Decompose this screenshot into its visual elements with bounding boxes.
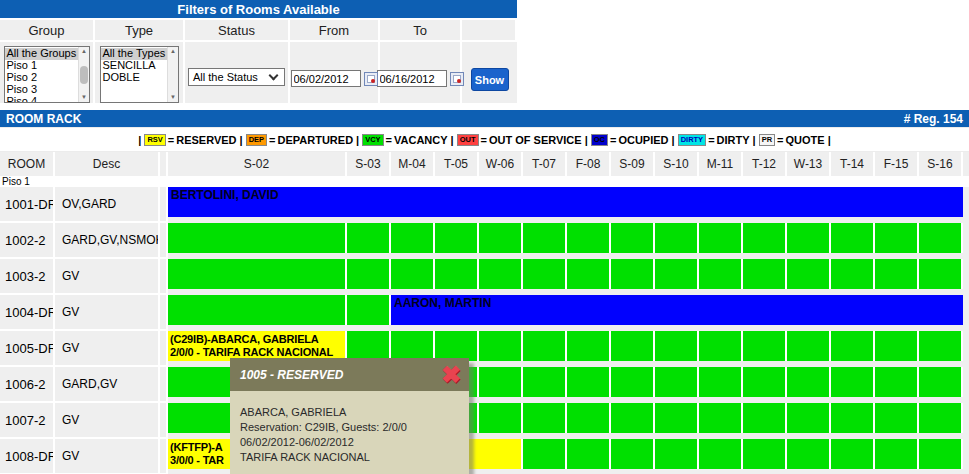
vacant-cell[interactable]: [655, 439, 699, 469]
vacant-cell[interactable]: [743, 367, 787, 397]
from-date-input[interactable]: [291, 70, 361, 87]
scroll-thumb[interactable]: [80, 66, 88, 84]
vacant-cell[interactable]: [168, 259, 347, 289]
vacant-cell[interactable]: [523, 223, 567, 253]
vacant-cell[interactable]: [919, 439, 963, 469]
vacant-cell[interactable]: [347, 223, 391, 253]
vacant-cell[interactable]: [743, 223, 787, 253]
vacant-cell[interactable]: [611, 331, 655, 361]
group-option[interactable]: Piso 3: [5, 84, 79, 96]
vacant-cell[interactable]: [875, 403, 919, 433]
vacant-cell[interactable]: [347, 259, 391, 289]
vacant-cell[interactable]: [787, 259, 831, 289]
scroll-down-icon[interactable]: ▼: [81, 94, 87, 101]
close-icon[interactable]: ✖: [441, 363, 461, 387]
scroll-up-icon[interactable]: ▲: [170, 48, 176, 55]
group-option[interactable]: Piso 1: [5, 60, 79, 72]
vacant-cell[interactable]: [743, 259, 787, 289]
vacant-cell[interactable]: [479, 403, 523, 433]
vacant-cell[interactable]: [611, 439, 655, 469]
vacant-cell[interactable]: [391, 259, 435, 289]
vacant-cell[interactable]: [699, 223, 743, 253]
vacant-cell[interactable]: [875, 331, 919, 361]
group-option[interactable]: All the Groups: [5, 48, 79, 60]
vacant-cell[interactable]: [391, 223, 435, 253]
vacant-cell[interactable]: [831, 223, 875, 253]
vacant-cell[interactable]: [655, 259, 699, 289]
vacant-cell[interactable]: [875, 223, 919, 253]
vacant-cell[interactable]: [611, 223, 655, 253]
vacant-cell[interactable]: [567, 223, 611, 253]
vacant-cell[interactable]: [743, 439, 787, 469]
vacant-cell[interactable]: [435, 259, 479, 289]
vacant-cell[interactable]: [611, 259, 655, 289]
vacant-cell[interactable]: [743, 403, 787, 433]
to-date-input[interactable]: [377, 70, 447, 87]
vacant-cell[interactable]: [787, 403, 831, 433]
vacant-cell[interactable]: [919, 331, 963, 361]
type-listbox-scrollbar[interactable]: ▲ ▼: [167, 47, 177, 102]
vacant-cell[interactable]: [567, 439, 611, 469]
vacant-cell[interactable]: [611, 367, 655, 397]
scroll-up-icon[interactable]: ▲: [81, 48, 87, 55]
vacant-cell[interactable]: [787, 367, 831, 397]
vacant-cell[interactable]: [479, 259, 523, 289]
type-option[interactable]: All the Types: [101, 48, 168, 60]
vacant-cell[interactable]: [655, 367, 699, 397]
vacant-cell[interactable]: [831, 259, 875, 289]
calendar-icon[interactable]: [364, 72, 378, 86]
vacant-cell[interactable]: [523, 259, 567, 289]
occupied-reservation-bar[interactable]: AARON, MARTIN: [391, 295, 963, 325]
vacant-cell[interactable]: [919, 259, 963, 289]
vacant-cell[interactable]: [875, 367, 919, 397]
vacant-cell[interactable]: [391, 331, 435, 361]
vacant-cell[interactable]: [875, 259, 919, 289]
vacant-cell[interactable]: [699, 259, 743, 289]
vacant-cell[interactable]: [919, 367, 963, 397]
group-listbox[interactable]: All the Groups Piso 1 Piso 2 Piso 3 Piso…: [4, 46, 90, 103]
vacant-cell[interactable]: [523, 367, 567, 397]
vacant-cell[interactable]: [655, 403, 699, 433]
type-listbox[interactable]: All the Types SENCILLA DOBLE ▲ ▼: [100, 46, 179, 103]
group-option[interactable]: Piso 2: [5, 72, 79, 84]
vacant-cell[interactable]: [655, 331, 699, 361]
type-option[interactable]: DOBLE: [101, 72, 168, 84]
vacant-cell[interactable]: [479, 367, 523, 397]
vacant-cell[interactable]: [567, 367, 611, 397]
vacant-cell[interactable]: [699, 331, 743, 361]
status-select[interactable]: All the Status: [188, 68, 285, 86]
vacant-cell[interactable]: [567, 259, 611, 289]
vacant-cell[interactable]: [831, 331, 875, 361]
vacant-cell[interactable]: [655, 223, 699, 253]
vacant-cell[interactable]: [699, 439, 743, 469]
calendar-icon[interactable]: [450, 72, 464, 86]
scroll-down-icon[interactable]: ▼: [170, 94, 176, 101]
vacant-cell[interactable]: [919, 223, 963, 253]
vacant-cell[interactable]: [567, 403, 611, 433]
vacant-cell[interactable]: [523, 331, 567, 361]
vacant-cell[interactable]: [831, 403, 875, 433]
vacant-cell[interactable]: [831, 439, 875, 469]
vacant-cell[interactable]: [611, 403, 655, 433]
vacant-cell[interactable]: [787, 331, 831, 361]
vacant-cell[interactable]: [435, 223, 479, 253]
vacant-cell[interactable]: [479, 223, 523, 253]
occupied-reservation-bar[interactable]: BERTOLINI, DAVID: [168, 187, 963, 217]
vacant-cell[interactable]: [831, 367, 875, 397]
vacant-cell[interactable]: [787, 223, 831, 253]
vacant-cell[interactable]: [875, 439, 919, 469]
vacant-cell[interactable]: [787, 439, 831, 469]
vacant-cell[interactable]: [523, 439, 567, 469]
vacant-cell[interactable]: [523, 403, 567, 433]
reserved-reservation-bar[interactable]: (C29IB)-ABARCA, GABRIELA 2/0/0 - TARIFA …: [168, 331, 347, 361]
show-button[interactable]: Show: [471, 68, 509, 91]
type-option[interactable]: SENCILLA: [101, 60, 168, 72]
vacant-cell[interactable]: [435, 331, 479, 361]
vacant-cell[interactable]: [347, 331, 391, 361]
vacant-cell[interactable]: [168, 295, 347, 325]
vacant-cell[interactable]: [168, 223, 347, 253]
group-option[interactable]: Piso 4: [5, 96, 79, 103]
group-listbox-scrollbar[interactable]: ▲ ▼: [78, 47, 88, 102]
vacant-cell[interactable]: [479, 331, 523, 361]
vacant-cell[interactable]: [567, 331, 611, 361]
